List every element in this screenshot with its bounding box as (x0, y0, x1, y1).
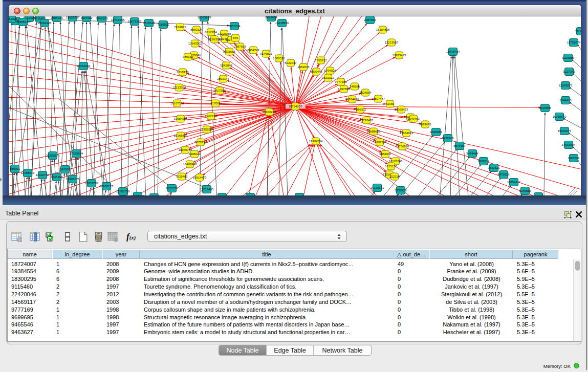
svg-text:1362615: 1362615 (297, 65, 310, 69)
svg-text:7857224: 7857224 (228, 25, 241, 28)
svg-text:585001: 585001 (10, 167, 20, 170)
svg-text:15692971: 15692971 (558, 129, 572, 133)
svg-text:3267130: 3267130 (205, 115, 217, 118)
svg-text:1244415: 1244415 (559, 99, 572, 102)
svg-text:8470626: 8470626 (497, 173, 510, 176)
svg-text:8454749: 8454749 (247, 49, 259, 52)
svg-text:7515546: 7515546 (143, 21, 155, 25)
svg-text:2718176: 2718176 (177, 71, 189, 74)
svg-text:7955812: 7955812 (315, 59, 327, 62)
svg-text:8186328: 8186328 (208, 38, 221, 41)
svg-text:10543362: 10543362 (188, 42, 202, 45)
svg-text:1498222: 1498222 (188, 152, 201, 156)
svg-text:12093873: 12093873 (559, 84, 573, 87)
svg-text:9605324: 9605324 (51, 16, 63, 19)
svg-text:19654987: 19654987 (174, 117, 188, 120)
svg-text:10719155: 10719155 (111, 18, 125, 21)
svg-text:9146821: 9146821 (260, 52, 272, 55)
svg-text:9227343: 9227343 (563, 70, 575, 73)
svg-text:5322037: 5322037 (285, 61, 297, 64)
svg-text:7625402: 7625402 (176, 175, 188, 178)
svg-text:8938923: 8938923 (442, 137, 454, 140)
svg-text:20206576: 20206576 (46, 154, 60, 157)
svg-text:10671355: 10671355 (128, 20, 142, 23)
svg-text:8660124: 8660124 (190, 28, 203, 31)
svg-text:16914479: 16914479 (193, 176, 207, 179)
svg-text:17016504: 17016504 (562, 143, 576, 146)
svg-text:15716485: 15716485 (200, 188, 214, 191)
svg-text:16154838: 16154838 (376, 28, 390, 31)
svg-text:14055721: 14055721 (16, 20, 30, 24)
svg-text:12505175: 12505175 (66, 178, 80, 181)
svg-text:19218506: 19218506 (275, 21, 289, 25)
svg-text:12158619: 12158619 (21, 171, 35, 174)
svg-text:546: 546 (233, 36, 238, 39)
svg-text:1621022: 1621022 (322, 76, 334, 79)
svg-text:2867608: 2867608 (234, 45, 246, 48)
svg-text:6794028: 6794028 (324, 69, 336, 72)
svg-text:2487652: 2487652 (364, 18, 376, 21)
svg-text:6497568: 6497568 (338, 87, 350, 91)
svg-text:14136141: 14136141 (371, 186, 384, 189)
svg-text:25300295: 25300295 (263, 111, 276, 114)
svg-text:1167533: 1167533 (568, 157, 580, 160)
svg-text:10653287: 10653287 (66, 16, 80, 19)
svg-text:23226058: 23226058 (217, 32, 231, 35)
svg-text:17957253: 17957253 (85, 182, 99, 185)
svg-text:7163822: 7163822 (174, 26, 186, 29)
svg-text:1588520: 1588520 (273, 57, 285, 60)
svg-text:15751074: 15751074 (567, 41, 581, 44)
svg-text:13353594: 13353594 (200, 128, 214, 131)
svg-text:10654112: 10654112 (507, 181, 521, 184)
svg-text:16210643: 16210643 (553, 115, 567, 118)
svg-text:12213967: 12213967 (385, 41, 399, 44)
svg-text:17654923: 17654923 (400, 132, 413, 135)
svg-text:19384554: 19384554 (309, 140, 323, 143)
svg-text:20053346: 20053346 (77, 64, 91, 68)
svg-text:9777163: 9777163 (335, 80, 347, 83)
svg-text:16033809: 16033809 (198, 16, 211, 19)
svg-text:19166827: 19166827 (174, 134, 188, 137)
svg-text:3624554: 3624554 (359, 91, 372, 94)
svg-text:9329966: 9329966 (562, 56, 574, 59)
svg-text:8912954: 8912954 (205, 31, 217, 34)
svg-text:8990448: 8990448 (310, 70, 322, 73)
svg-text:252214: 252214 (389, 175, 400, 178)
svg-text:8375685: 8375685 (223, 50, 235, 53)
svg-text:10973493: 10973493 (393, 54, 406, 57)
svg-text:1615152: 1615152 (385, 165, 397, 168)
svg-text:62160: 62160 (386, 102, 395, 105)
svg-text:12213369: 12213369 (172, 86, 186, 89)
svg-text:8813054: 8813054 (265, 16, 277, 19)
svg-text:1640953: 1640953 (430, 130, 442, 134)
svg-text:16782759: 16782759 (116, 190, 130, 193)
svg-text:1040463: 1040463 (407, 117, 420, 120)
svg-text:417006: 417006 (210, 102, 221, 105)
svg-text:17339924: 17339924 (70, 152, 83, 155)
svg-text:1145193: 1145193 (51, 176, 63, 179)
svg-text:1112384: 1112384 (575, 30, 581, 33)
svg-text:3215958: 3215958 (539, 106, 551, 110)
svg-text:9084067: 9084067 (379, 152, 391, 156)
svg-text:746266: 746266 (350, 85, 360, 88)
svg-text:10807487: 10807487 (372, 97, 385, 100)
svg-text:9474444: 9474444 (466, 152, 478, 155)
svg-text:18807249: 18807249 (373, 141, 387, 144)
svg-text:989013: 989013 (183, 55, 193, 58)
svg-text:6466160: 6466160 (96, 17, 108, 20)
svg-text:9657771: 9657771 (166, 187, 178, 190)
svg-text:2803144: 2803144 (217, 77, 229, 80)
svg-text:5878334: 5878334 (194, 141, 207, 144)
svg-text:10688609: 10688609 (367, 130, 381, 133)
svg-text:1527602: 1527602 (80, 16, 93, 19)
svg-text:19756928: 19756928 (396, 145, 409, 148)
svg-text:9427552: 9427552 (213, 89, 226, 92)
svg-text:20091406: 20091406 (38, 21, 52, 25)
svg-text:16120746: 16120746 (389, 160, 403, 163)
svg-text:10958127: 10958127 (100, 185, 114, 188)
svg-text:10975857: 10975857 (58, 168, 72, 171)
svg-text:9242848: 9242848 (220, 64, 232, 67)
svg-text:12942737: 12942737 (36, 173, 50, 177)
svg-text:16107554: 16107554 (170, 102, 184, 105)
svg-text:9699695: 9699695 (419, 123, 431, 126)
